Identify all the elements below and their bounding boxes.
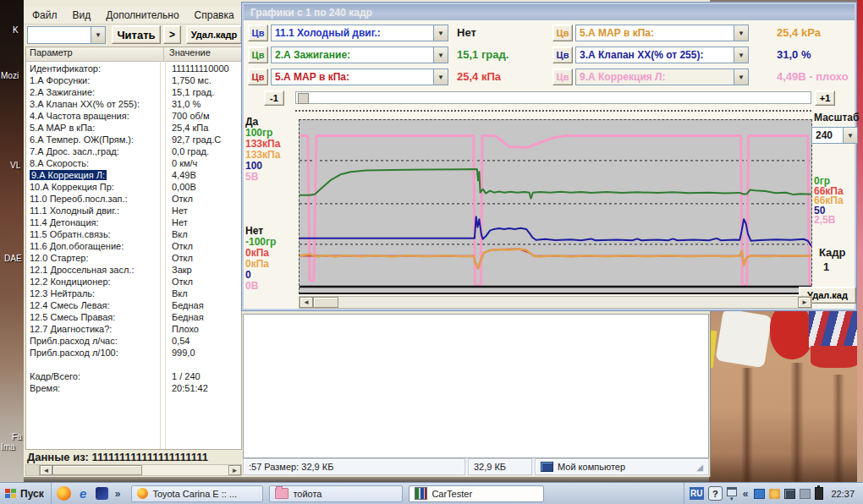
taskbar-task-browser[interactable]: Toyota Carina E :: ... [131, 485, 263, 502]
table-row[interactable]: Время:20:51:42 [26, 382, 241, 394]
desktop-icon-label[interactable]: VL [10, 161, 20, 170]
menu-help[interactable]: Справка [195, 9, 234, 21]
status-section-size: :57 Размер: 32,9 КБ [243, 458, 465, 475]
parameter-select[interactable]: 2.А Зажигание: ▼ [271, 47, 448, 63]
shield-tray-icon[interactable] [769, 489, 780, 499]
table-row[interactable]: 12.4 Смесь Левая:Бедная [26, 299, 241, 311]
parameter-select[interactable]: 3.А Клапан ХХ(% от 255): ▼ [575, 47, 749, 63]
table-row[interactable]: 7.А Дрос. засл.,град:0,0 град. [26, 145, 241, 157]
table-row[interactable]: 3.А Клапан ХХ(% от 255):31,0 % [26, 98, 241, 110]
desktop-icon-label[interactable]: Mozi [1, 71, 19, 80]
frame-plus-button[interactable]: +1 [815, 90, 835, 106]
display-tray-icon[interactable] [784, 489, 795, 499]
table-row[interactable] [26, 359, 241, 370]
parameter-select[interactable]: 5.А МАР в кПа: ▼ [271, 68, 448, 85]
start-button[interactable]: Пуск [0, 483, 52, 504]
delete-frame-button[interactable]: Удал.кадр [186, 25, 242, 44]
scrollbar-track[interactable] [142, 465, 228, 475]
desktop-icon-label[interactable]: DAE [4, 254, 22, 263]
table-row[interactable]: 11.5 Обратн.связь:Вкл [26, 228, 241, 240]
scroll-left-arrow-icon[interactable]: ◄ [40, 465, 52, 475]
table-row[interactable]: Прибл.расход л/час:0,54 [26, 335, 241, 347]
color-button[interactable]: Цв [248, 68, 268, 85]
scroll-right-arrow-icon[interactable]: ► [798, 297, 811, 308]
table-row[interactable]: 12.5 Смесь Правая:Бедная [26, 311, 241, 323]
ie-icon[interactable]: e [76, 486, 91, 501]
param-name: 12.1 Дроссельная засл.: [26, 264, 165, 276]
table-row[interactable]: 12.1 Дроссельная засл.:Закр [26, 264, 241, 276]
table-horizontal-scrollbar[interactable]: ◄ ► [25, 464, 242, 476]
help-tray-icon[interactable]: ? [708, 486, 723, 501]
graph-horizontal-scrollbar[interactable]: ◄ ► [299, 296, 812, 309]
slider-thumb[interactable] [298, 93, 309, 104]
table-row[interactable]: 4.А Частота вращения:700 об/м [26, 110, 241, 122]
scrollbar-thumb[interactable] [313, 297, 338, 308]
firefox-icon[interactable] [57, 486, 71, 501]
table-row[interactable]: 9.А Коррекция Л:4,49В [26, 169, 241, 181]
table-row[interactable]: 5.А МАР в кПа:25,4 кПа [26, 122, 241, 134]
color-button[interactable]: Цв [248, 25, 268, 41]
column-header-value[interactable]: Значение [164, 47, 241, 61]
scrollbar-thumb[interactable] [52, 465, 142, 475]
table-row[interactable]: 12.3 Нейтраль:Вкл [26, 288, 241, 299]
menu-view[interactable]: Вид [73, 9, 91, 21]
parameter-select[interactable]: 5.А МАР в кПа: ▼ [575, 25, 749, 41]
table-row[interactable]: Прибл.расход л/100:999,0 [26, 347, 241, 359]
scroll-right-arrow-icon[interactable]: ► [228, 465, 241, 475]
port-select[interactable]: ▼ [27, 26, 106, 44]
table-row[interactable]: 2.А Зажигание:15,1 град. [26, 86, 241, 98]
color-button[interactable]: Цв [248, 47, 268, 63]
table-row[interactable]: 8.А Скорость:0 км/ч [26, 157, 241, 169]
taskbar-task-cartester[interactable]: CarTester [409, 485, 544, 502]
table-row[interactable]: Идентификатор:111111110000 [26, 63, 241, 74]
param-value: 700 об/м [165, 110, 209, 122]
resize-grip[interactable]: ◢ [696, 463, 703, 472]
parameter-select-label: 5.А МАР в кПа: [272, 71, 433, 83]
table-row[interactable]: 12.7 Диагностика?:Плохо [26, 323, 241, 335]
table-row[interactable]: 1.А Форсунки:1,750 мс. [26, 74, 241, 86]
device-tray-icon[interactable] [800, 489, 811, 499]
graph-window-titlebar[interactable]: Графики с 1 по 240 кадр [244, 4, 855, 20]
parameter-select[interactable]: 11.1 Холодный двиг.: ▼ [271, 25, 448, 41]
step-button[interactable]: > [163, 25, 181, 44]
color-button[interactable]: Цв [552, 47, 573, 63]
color-button[interactable]: Цв [552, 25, 573, 41]
frame-position-slider[interactable] [295, 91, 811, 104]
scale-select[interactable]: 240 ▼ [811, 127, 858, 144]
taskbar-task-folder[interactable]: тойота [269, 485, 403, 502]
menu-additional[interactable]: Дополнительно [106, 9, 179, 21]
desktop-icon-label[interactable]: Fa [12, 432, 22, 441]
desktop-icon-label[interactable]: Ima [1, 442, 15, 452]
chart-svg [300, 120, 811, 293]
table-row[interactable]: 6.А Темпер. ОЖ(Прям.):92,7 град.С [26, 134, 241, 145]
chevron-overflow-icon[interactable]: » [113, 488, 123, 500]
scrollbar-track[interactable] [338, 297, 798, 308]
media-player-icon[interactable] [96, 487, 108, 500]
collapse-tray-chevron[interactable]: « [741, 488, 750, 500]
parameter-current-value: Нет [457, 26, 476, 39]
menu-file[interactable]: Файл [32, 9, 58, 21]
frame-minus-button[interactable]: -1 [264, 90, 284, 106]
table-row[interactable]: Кадр/Всего:1 / 240 [26, 370, 241, 382]
param-name: 5.А МАР в кПа: [26, 122, 165, 134]
network-tray-icon[interactable] [754, 489, 765, 499]
desktop-wallpaper-left: K Mozi VL DAE Fa Ima [0, 0, 24, 482]
battery-tray-icon[interactable] [815, 487, 823, 500]
table-row[interactable]: 11.4 Детонация:Нет [26, 216, 241, 228]
table-row[interactable]: 11.1 Холодный двиг.:Нет [26, 205, 241, 216]
table-row[interactable]: 10.А Коррекция Пр:0,00В [26, 181, 241, 193]
table-row[interactable]: 11.6 Доп.обогащение:Откл [26, 240, 241, 252]
parameter-select-label: 5.А МАР в кПа: [576, 27, 734, 39]
language-indicator[interactable]: RU [690, 487, 704, 500]
table-row[interactable]: 11.0 Переоб.посл.зап.:Откл [26, 193, 241, 205]
color-button[interactable]: Цв [552, 68, 573, 85]
table-row[interactable]: 12.2 Кондиционер:Откл [26, 276, 241, 288]
table-row[interactable]: 12.0 Стартер:Откл [26, 252, 241, 264]
column-header-parameter[interactable]: Параметр [26, 47, 164, 61]
read-button[interactable]: Читать [112, 25, 161, 44]
hidden-icons-toggle[interactable]: ▾ [727, 487, 737, 501]
chart-plot-area[interactable] [299, 119, 812, 294]
scroll-left-arrow-icon[interactable]: ◄ [300, 297, 313, 308]
param-name: Время: [26, 382, 165, 394]
desktop-icon-label[interactable]: K [13, 25, 19, 35]
